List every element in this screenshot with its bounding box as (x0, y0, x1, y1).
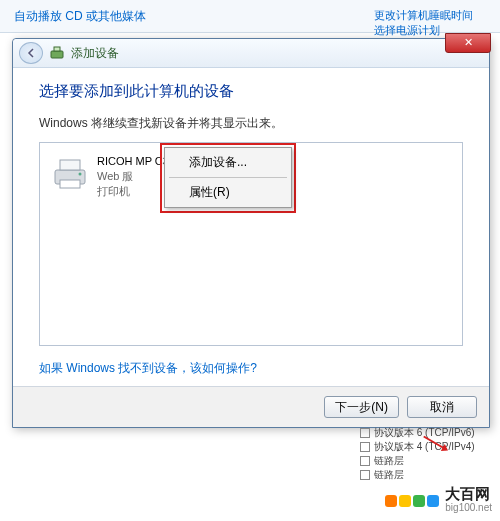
power-plan-link[interactable]: 选择电源计划 (374, 24, 440, 36)
watermark-url: big100.net (445, 501, 492, 515)
network-items-panel: 协议版本 6 (TCP/IPv6) 协议版本 4 (TCP/IPv4) 链路层 … (360, 426, 475, 482)
add-device-dialog: 添加设备 ✕ 选择要添加到此计算机的设备 Windows 将继续查找新设备并将其… (12, 38, 490, 428)
svg-point-5 (79, 173, 82, 176)
dialog-content: 选择要添加到此计算机的设备 Windows 将继续查找新设备并将其显示出来。 R… (13, 68, 489, 387)
dialog-subtext: Windows 将继续查找新设备并将其显示出来。 (39, 115, 463, 132)
printer-icon (49, 152, 91, 194)
watermark: 大百网 big100.net (385, 487, 492, 515)
context-menu: 添加设备... 属性(R) (164, 147, 292, 208)
svg-rect-0 (51, 51, 63, 58)
svg-rect-4 (60, 180, 80, 188)
dialog-button-bar: 下一步(N) 取消 (13, 386, 489, 427)
back-button[interactable] (19, 42, 43, 64)
dialog-heading: 选择要添加到此计算机的设备 (39, 82, 463, 101)
watermark-name: 大百网 (445, 487, 492, 501)
net-item[interactable]: 链路层 (360, 454, 475, 468)
net-item[interactable]: 协议版本 6 (TCP/IPv6) (360, 426, 475, 440)
svg-rect-3 (60, 160, 80, 170)
svg-rect-1 (54, 47, 60, 51)
sleep-link[interactable]: 更改计算机睡眠时间 (374, 9, 473, 21)
autoplay-link[interactable]: 自动播放 CD 或其他媒体 (14, 8, 146, 25)
device-list[interactable]: RICOH MP C3503 Web 服 打印机 添加设备... 属性(R) (39, 142, 463, 346)
ctx-separator (169, 177, 287, 178)
ctx-properties[interactable]: 属性(R) (167, 180, 289, 205)
net-item[interactable]: 协议版本 4 (TCP/IPv4) (360, 440, 475, 454)
ctx-add-device[interactable]: 添加设备... (167, 150, 289, 175)
device-icon (49, 45, 65, 61)
close-button[interactable]: ✕ (445, 33, 491, 53)
net-item[interactable]: 链路层 (360, 468, 475, 482)
dialog-titlebar: 添加设备 ✕ (13, 39, 489, 68)
help-link[interactable]: 如果 Windows 找不到设备，该如何操作? (39, 360, 257, 377)
next-button[interactable]: 下一步(N) (324, 396, 399, 418)
watermark-logo (385, 495, 439, 507)
dialog-title: 添加设备 (71, 45, 119, 62)
cancel-button[interactable]: 取消 (407, 396, 477, 418)
